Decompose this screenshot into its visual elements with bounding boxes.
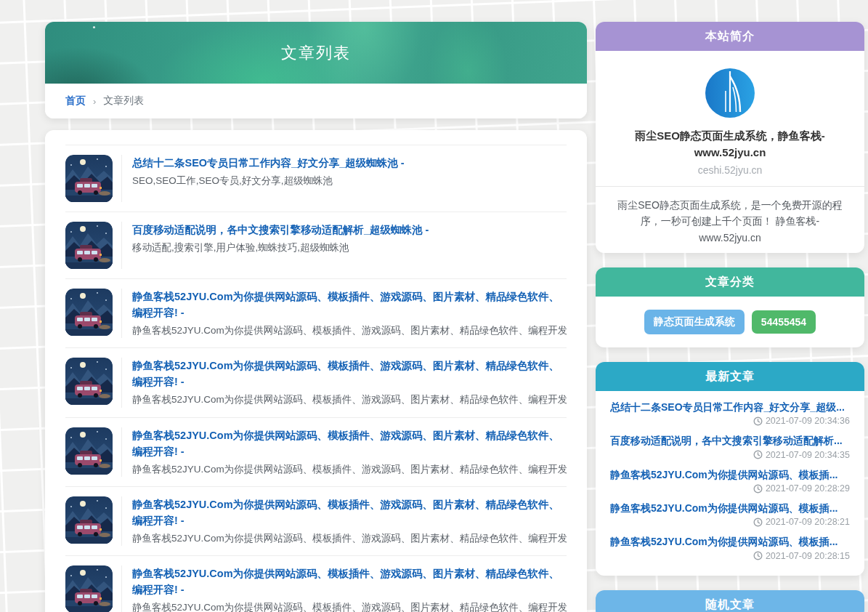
night-van-thumbnail-image <box>65 496 113 544</box>
article-title-link[interactable]: 静鱼客栈52JYU.Com为你提供网站源码、模板插件、游戏源码、图片素材、精品绿… <box>132 358 567 390</box>
latest-article-timestamp: 2021-07-09 20:34:36 <box>610 416 850 426</box>
clock-icon <box>753 450 763 459</box>
latest-article-title-link[interactable]: 总结十二条SEO专员日常工作内容_好文分享_超级... <box>610 400 850 414</box>
article-title-link[interactable]: 静鱼客栈52JYU.Com为你提供网站源码、模板插件、游戏源码、图片素材、精品绿… <box>132 427 567 459</box>
clock-icon <box>753 551 763 560</box>
article-thumbnail[interactable] <box>65 289 122 338</box>
article-description: 静鱼客栈52JYU.Com为你提供网站源码、模板插件、游戏源码、图片素材、精品绿… <box>132 531 567 546</box>
page-root: 文章列表 首页 › 文章列表 <box>0 0 868 612</box>
latest-article-title-link[interactable]: 百度移动适配说明，各中文搜索引擎移动适配解析... <box>610 433 850 448</box>
category-tag-static-page-system[interactable]: 静态页面生成系统 <box>644 310 745 334</box>
random-articles-card: 随机文章 <box>596 590 864 612</box>
random-articles-header: 随机文章 <box>596 590 864 612</box>
latest-article-item[interactable]: 总结十二条SEO专员日常工作内容_好文分享_超级... 2021-07-09 2… <box>610 400 850 426</box>
latest-article-timestamp: 2021-07-09 20:34:35 <box>610 450 850 460</box>
latest-article-title-link[interactable]: 静鱼客栈52JYU.Com为你提供网站源码、模板插... <box>610 467 850 482</box>
clock-icon <box>753 518 763 527</box>
article-thumbnail[interactable] <box>65 222 122 269</box>
latest-article-title-link[interactable]: 静鱼客栈52JYU.Com为你提供网站源码、模板插... <box>610 501 850 515</box>
article-text-block: 百度移动适配说明，各中文搜索引擎移动适配解析_超级蜘蛛池 - 移动适配,搜索引擎… <box>122 222 567 269</box>
article-text-block: 静鱼客栈52JYU.Com为你提供网站源码、模板插件、游戏源码、图片素材、精品绿… <box>122 565 567 612</box>
article-text-block: 静鱼客栈52JYU.Com为你提供网站源码、模板插件、游戏源码、图片素材、精品绿… <box>122 496 567 546</box>
article-list-item[interactable]: 静鱼客栈52JYU.Com为你提供网站源码、模板插件、游戏源码、图片素材、精品绿… <box>65 418 567 487</box>
timestamp-text: 2021-07-09 20:34:35 <box>766 450 850 460</box>
breadcrumb-home-link[interactable]: 首页 <box>65 94 86 108</box>
site-intro-body: 雨尘SEO静态页面生成系统，静鱼客栈-www.52jyu.cn ceshi.52… <box>596 67 864 253</box>
night-van-thumbnail-image <box>65 358 113 405</box>
article-title-link[interactable]: 静鱼客栈52JYU.Com为你提供网站源码、模板插件、游戏源码、图片素材、精品绿… <box>132 565 567 597</box>
article-list-card: 总结十二条SEO专员日常工作内容_好文分享_超级蜘蛛池 - SEO,SEO工作,… <box>45 130 587 612</box>
chevron-right-icon: › <box>93 96 96 107</box>
article-thumbnail[interactable] <box>65 358 122 407</box>
timestamp-text: 2021-07-09 20:34:36 <box>766 416 850 426</box>
article-list: 总结十二条SEO专员日常工作内容_好文分享_超级蜘蛛池 - SEO,SEO工作,… <box>65 145 567 612</box>
night-van-thumbnail-image <box>65 222 113 269</box>
building-tower-logo-icon <box>704 67 756 119</box>
article-description: SEO,SEO工作,SEO专员,好文分享,超级蜘蛛池 <box>132 174 567 188</box>
article-text-block: 静鱼客栈52JYU.Com为你提供网站源码、模板插件、游戏源码、图片素材、精品绿… <box>122 358 567 407</box>
site-description: 雨尘SEO静态页面生成系统，是一个免费开源的程序，一秒可创建上千个页面！ 静鱼客… <box>596 197 864 246</box>
latest-articles-card: 最新文章 总结十二条SEO专员日常工作内容_好文分享_超级... 2021-07… <box>596 362 864 575</box>
night-van-thumbnail-image <box>65 565 113 612</box>
article-text-block: 静鱼客栈52JYU.Com为你提供网站源码、模板插件、游戏源码、图片素材、精品绿… <box>122 289 567 338</box>
categories-header: 文章分类 <box>596 267 864 297</box>
article-thumbnail[interactable] <box>65 565 122 612</box>
article-thumbnail[interactable] <box>65 496 122 546</box>
article-description: 移动适配,搜索引擎,用户体验,蜘蛛技巧,超级蜘蛛池 <box>132 241 567 255</box>
article-thumbnail[interactable] <box>65 155 122 202</box>
latest-articles-list: 总结十二条SEO专员日常工作内容_好文分享_超级... 2021-07-09 2… <box>596 391 864 575</box>
clock-icon <box>753 484 763 494</box>
page-title: 文章列表 <box>45 42 587 64</box>
categories-card: 文章分类 静态页面生成系统 54455454 <box>596 267 864 347</box>
main-column: 文章列表 首页 › 文章列表 <box>45 22 587 612</box>
article-list-item[interactable]: 百度移动适配说明，各中文搜索引擎移动适配解析_超级蜘蛛池 - 移动适配,搜索引擎… <box>65 212 567 279</box>
night-van-thumbnail-image <box>65 427 113 475</box>
article-list-item[interactable]: 静鱼客栈52JYU.Com为你提供网站源码、模板插件、游戏源码、图片素材、精品绿… <box>65 348 567 417</box>
latest-article-item[interactable]: 静鱼客栈52JYU.Com为你提供网站源码、模板插... 2021-07-09 … <box>610 501 850 527</box>
breadcrumb: 首页 › 文章列表 <box>45 84 587 118</box>
site-intro-header: 本站简介 <box>596 22 864 51</box>
sidebar: 本站简介 雨尘SEO静态页面生成系统，静鱼客栈-www.52jyu.cn ces… <box>596 22 864 612</box>
site-intro-card: 本站简介 雨尘SEO静态页面生成系统，静鱼客栈-www.52jyu.cn ces… <box>596 22 864 253</box>
article-list-item[interactable]: 总结十二条SEO专员日常工作内容_好文分享_超级蜘蛛池 - SEO,SEO工作,… <box>65 145 567 212</box>
article-description: 静鱼客栈52JYU.Com为你提供网站源码、模板插件、游戏源码、图片素材、精品绿… <box>132 600 567 612</box>
article-list-item[interactable]: 静鱼客栈52JYU.Com为你提供网站源码、模板插件、游戏源码、图片素材、精品绿… <box>65 487 567 556</box>
latest-article-item[interactable]: 百度移动适配说明，各中文搜索引擎移动适配解析... 2021-07-09 20:… <box>610 433 850 459</box>
article-text-block: 总结十二条SEO专员日常工作内容_好文分享_超级蜘蛛池 - SEO,SEO工作,… <box>122 155 567 202</box>
article-title-link[interactable]: 总结十二条SEO专员日常工作内容_好文分享_超级蜘蛛池 - <box>132 155 567 171</box>
timestamp-text: 2021-07-09 20:28:29 <box>766 483 850 494</box>
latest-article-item[interactable]: 静鱼客栈52JYU.Com为你提供网站源码、模板插... 2021-07-09 … <box>610 467 850 494</box>
article-description: 静鱼客栈52JYU.Com为你提供网站源码、模板插件、游戏源码、图片素材、精品绿… <box>132 462 567 477</box>
latest-article-timestamp: 2021-07-09 20:28:15 <box>610 551 850 561</box>
page-header-card: 文章列表 首页 › 文章列表 <box>45 22 587 118</box>
breadcrumb-current: 文章列表 <box>103 94 144 108</box>
article-list-item[interactable]: 静鱼客栈52JYU.Com为你提供网站源码、模板插件、游戏源码、图片素材、精品绿… <box>65 556 567 612</box>
article-title-link[interactable]: 静鱼客栈52JYU.Com为你提供网站源码、模板插件、游戏源码、图片素材、精品绿… <box>132 496 567 528</box>
divider <box>596 186 864 187</box>
timestamp-text: 2021-07-09 20:28:15 <box>766 551 850 561</box>
latest-article-item[interactable]: 静鱼客栈52JYU.Com为你提供网站源码、模板插... 2021-07-09 … <box>610 534 850 560</box>
latest-article-timestamp: 2021-07-09 20:28:29 <box>610 483 850 494</box>
category-tag-54455454[interactable]: 54455454 <box>752 310 816 334</box>
page-banner: 文章列表 <box>45 22 587 84</box>
article-list-item[interactable]: 静鱼客栈52JYU.Com为你提供网站源码、模板插件、游戏源码、图片素材、精品绿… <box>65 279 567 348</box>
article-thumbnail[interactable] <box>65 427 122 477</box>
categories-body: 静态页面生成系统 54455454 <box>596 297 864 347</box>
article-title-link[interactable]: 百度移动适配说明，各中文搜索引擎移动适配解析_超级蜘蛛池 - <box>132 222 567 238</box>
night-van-thumbnail-image <box>65 155 113 202</box>
latest-articles-header: 最新文章 <box>596 362 864 391</box>
article-title-link[interactable]: 静鱼客栈52JYU.Com为你提供网站源码、模板插件、游戏源码、图片素材、精品绿… <box>132 289 567 321</box>
clock-icon <box>753 416 763 426</box>
night-van-thumbnail-image <box>65 289 113 336</box>
site-domain: ceshi.52jyu.cn <box>596 164 864 176</box>
article-text-block: 静鱼客栈52JYU.Com为你提供网站源码、模板插件、游戏源码、图片素材、精品绿… <box>122 427 567 477</box>
article-description: 静鱼客栈52JYU.Com为你提供网站源码、模板插件、游戏源码、图片素材、精品绿… <box>132 392 567 407</box>
timestamp-text: 2021-07-09 20:28:21 <box>766 517 850 527</box>
latest-article-title-link[interactable]: 静鱼客栈52JYU.Com为你提供网站源码、模板插... <box>610 534 850 549</box>
latest-article-timestamp: 2021-07-09 20:28:21 <box>610 517 850 527</box>
article-description: 静鱼客栈52JYU.Com为你提供网站源码、模板插件、游戏源码、图片素材、精品绿… <box>132 323 567 338</box>
site-title: 雨尘SEO静态页面生成系统，静鱼客栈-www.52jyu.cn <box>596 128 864 161</box>
